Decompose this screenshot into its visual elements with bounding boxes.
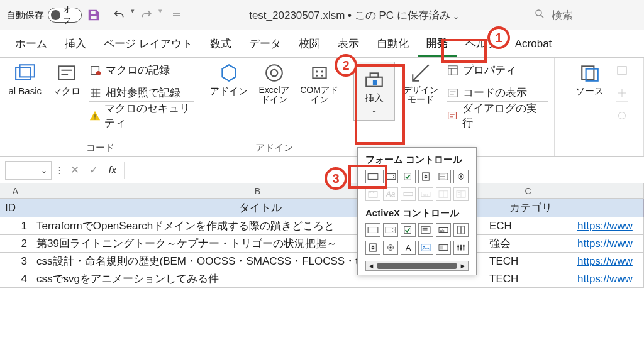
- map-properties-button: [616, 62, 628, 79]
- tab-acrobat[interactable]: Acrobat: [506, 33, 561, 55]
- tab-automate[interactable]: 自動化: [368, 31, 418, 56]
- annotation-3: 3: [325, 167, 347, 190]
- fx-button[interactable]: fx: [105, 163, 120, 178]
- tab-formulas[interactable]: 数式: [201, 31, 240, 56]
- url-link[interactable]: https://www: [577, 238, 633, 249]
- form-combobox-control[interactable]: [383, 170, 398, 183]
- svg-rect-23: [368, 174, 378, 180]
- scroll-left-icon[interactable]: ◄: [366, 262, 376, 270]
- design-mode-button[interactable]: デザインモード: [401, 62, 440, 105]
- file-title[interactable]: test_20230507.xlsm • この PC に保存済み⌄: [189, 8, 519, 23]
- ax-image-control[interactable]: [418, 241, 433, 255]
- undo-icon[interactable]: [111, 7, 127, 23]
- colhdr-c[interactable]: C: [484, 183, 572, 198]
- excel-addins-button[interactable]: Excelアドイン: [255, 62, 294, 105]
- table-row[interactable]: 2 第39回ライトニングトーク～ケプナー・トリゴーの状況把握～ 強会 https…: [0, 235, 644, 253]
- url-link[interactable]: https://www: [577, 255, 633, 267]
- view-code-button[interactable]: コードの表示: [447, 84, 548, 102]
- svg-point-54: [463, 245, 465, 247]
- form-label-control[interactable]: Aa: [383, 187, 398, 201]
- form-button-control[interactable]: [365, 170, 380, 183]
- tab-developer[interactable]: 開発: [418, 31, 457, 57]
- group-label-addins: アドイン: [255, 141, 293, 155]
- com-addins-button[interactable]: COMアドイン: [300, 62, 339, 105]
- ax-checkbox-control[interactable]: [401, 223, 416, 237]
- ax-scrollbar-control[interactable]: [453, 223, 469, 237]
- undo-chevron-icon[interactable]: ▾: [131, 7, 135, 23]
- form-checkbox-control[interactable]: [401, 170, 416, 183]
- macro-security-button[interactable]: マクロのセキュリティ: [89, 107, 194, 124]
- svg-point-47: [389, 246, 392, 249]
- colhdr-d[interactable]: [572, 183, 644, 198]
- visual-basic-button[interactable]: al Basic: [6, 62, 44, 96]
- visual-basic-icon: [14, 62, 36, 84]
- name-box[interactable]: ⌄: [5, 161, 52, 180]
- record-macro-button[interactable]: マクロの記録: [89, 62, 194, 79]
- column-headers: A B C: [0, 183, 644, 199]
- form-optionbutton-control[interactable]: [453, 170, 469, 183]
- properties-button[interactable]: プロパティ: [447, 62, 548, 79]
- worksheet-grid[interactable]: A B C ID タイトル カテゴリ 1 TerraformでOpenSearc…: [0, 183, 644, 288]
- url-link[interactable]: https://www: [577, 273, 633, 285]
- tab-home[interactable]: ホーム: [6, 31, 56, 56]
- save-icon[interactable]: [87, 8, 101, 22]
- title-bar: 自動保存 オフ ▾ ▾ test_20230507.xlsm • この PC に…: [0, 0, 644, 30]
- qat-overflow-icon[interactable]: [171, 9, 184, 21]
- macros-button[interactable]: マクロ: [50, 62, 84, 97]
- design-mode-icon: [409, 62, 432, 84]
- cancel-formula-button[interactable]: ✕: [67, 163, 82, 178]
- relative-ref-button[interactable]: 相対参照で記録: [89, 84, 194, 102]
- ax-label-control[interactable]: A: [401, 241, 416, 255]
- autosave-label: 自動保存: [6, 9, 44, 21]
- dropdown-scrollbar[interactable]: ◄ ►: [365, 261, 469, 271]
- svg-point-8: [270, 70, 277, 77]
- svg-text:ab|: ab|: [440, 228, 446, 233]
- autosave-toggle[interactable]: オフ: [48, 8, 82, 23]
- warning-icon: [89, 109, 101, 122]
- url-link[interactable]: https://www: [577, 220, 633, 232]
- tab-review[interactable]: 校閲: [290, 31, 329, 56]
- com-addins-icon: [308, 62, 331, 84]
- scroll-thumb[interactable]: [377, 263, 457, 269]
- ax-togglebutton-control[interactable]: [436, 241, 451, 255]
- ax-commandbutton-control[interactable]: [365, 223, 380, 237]
- table-row[interactable]: 4 cssでsvgをアニメーションしてみる件 TECH https://www: [0, 270, 644, 288]
- tab-data[interactable]: データ: [240, 31, 290, 56]
- svg-rect-2: [19, 65, 34, 77]
- insert-controls-button[interactable]: 挿入 ⌄: [353, 62, 395, 121]
- form-spinbutton-control[interactable]: [418, 170, 433, 183]
- tab-pagelayout[interactable]: ページ レイアウト: [95, 31, 201, 56]
- ax-spinbutton-control[interactable]: [365, 241, 380, 255]
- ax-listbox-control[interactable]: [418, 223, 433, 237]
- toolbox-icon: [363, 68, 386, 91]
- search-icon: [534, 8, 545, 23]
- table-header-row: ID タイトル カテゴリ: [0, 199, 644, 217]
- properties-icon: [447, 64, 459, 77]
- refresh-data-button: [616, 107, 628, 124]
- source-button[interactable]: ソース: [570, 62, 609, 97]
- tab-insert[interactable]: 挿入: [56, 31, 95, 56]
- redo-chevron-icon[interactable]: ▾: [158, 7, 162, 23]
- chevron-down-icon: ⌄: [41, 166, 47, 175]
- ax-optionbutton-control[interactable]: [383, 241, 398, 255]
- scroll-right-icon[interactable]: ►: [458, 262, 468, 270]
- search-placeholder: 検索: [552, 8, 573, 23]
- form-listbox-control[interactable]: [436, 170, 451, 183]
- ax-morecontrols-control[interactable]: [453, 241, 469, 255]
- form-combo-dropdown-control: [453, 187, 469, 201]
- ax-textbox-control[interactable]: ab|: [436, 223, 451, 237]
- table-row[interactable]: 3 css設計・命名規則の歴史(BEM・OOCSS・SMACSS・FLOCSS・…: [0, 253, 644, 270]
- form-scrollbar-control[interactable]: [401, 187, 416, 201]
- svg-rect-51: [440, 246, 443, 250]
- colhdr-a[interactable]: A: [0, 183, 31, 198]
- form-groupbox-control[interactable]: XYZ: [365, 187, 380, 201]
- ax-combobox-control[interactable]: [383, 223, 398, 237]
- addins-button[interactable]: アドイン: [209, 62, 248, 97]
- form-controls-label: フォーム コントロール: [365, 154, 469, 166]
- search-box[interactable]: 検索: [525, 3, 638, 27]
- tab-view[interactable]: 表示: [329, 31, 368, 56]
- table-row[interactable]: 1 TerraformでOpenSearchドメインを作成する際の躓きどころと …: [0, 217, 644, 235]
- redo-icon[interactable]: [138, 7, 155, 23]
- confirm-formula-button[interactable]: ✓: [86, 163, 101, 178]
- run-dialog-button[interactable]: ダイアログの実行: [447, 107, 548, 124]
